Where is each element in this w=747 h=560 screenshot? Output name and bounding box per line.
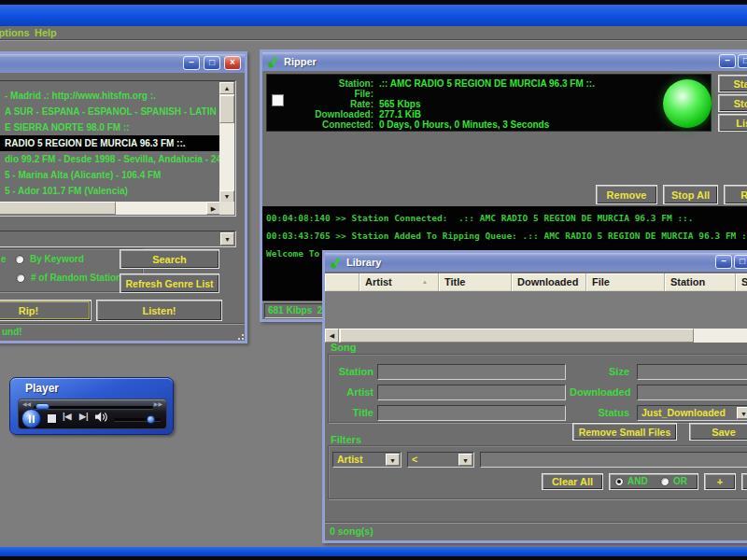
filters-group: Artist ▼ < ▼ Clear All AND OR + - — [328, 445, 747, 499]
column-header-station[interactable]: Station — [665, 273, 736, 291]
list-button[interactable]: List — [718, 114, 747, 132]
ripper-window-titlebar: Ripper – □ — [262, 52, 747, 71]
rewind-icon[interactable]: ◀◀ — [22, 400, 31, 407]
and-or-panel: AND OR — [609, 473, 698, 490]
song-size-input[interactable] — [637, 364, 747, 380]
filter-operator-combobox[interactable]: < ▼ — [407, 452, 474, 468]
bottom-blue-bar — [0, 547, 747, 556]
stop-playback-button[interactable] — [48, 414, 56, 423]
by-keyword-radio[interactable] — [15, 255, 24, 264]
ripper-status-text: 681 Kibps 27 — [268, 305, 328, 315]
next-track-button[interactable]: ▶| — [79, 412, 88, 421]
song-artist-input[interactable] — [377, 385, 566, 400]
minimize-icon[interactable]: – — [719, 54, 736, 68]
clear-all-button[interactable]: Clear All — [542, 473, 603, 490]
stations-window: – □ × - Madrid .: http://www.hitsfm.org … — [0, 51, 247, 343]
maximize-icon[interactable]: □ — [738, 54, 747, 68]
library-song-list[interactable] — [325, 291, 747, 329]
library-window-title: Library — [346, 257, 381, 268]
menu-bar: Options Help — [0, 26, 747, 40]
save-button[interactable]: Save — [689, 423, 747, 441]
maximize-icon[interactable]: □ — [734, 255, 747, 269]
hscroll-thumb[interactable] — [340, 329, 694, 343]
fast-forward-icon[interactable]: ▶▶ — [154, 400, 162, 407]
scroll-left-icon[interactable]: ◀ — [325, 329, 339, 343]
remove-button[interactable]: Remove — [596, 185, 657, 204]
station-row[interactable]: E SIERRA NORTE 98.0 FM :: — [0, 119, 220, 135]
column-header-size[interactable]: Size — [736, 273, 747, 291]
song-station-input[interactable] — [377, 364, 566, 380]
menu-item-help[interactable]: Help — [35, 27, 57, 38]
search-button[interactable]: Search — [120, 249, 219, 269]
chevron-down-icon[interactable]: ▼ — [220, 232, 234, 245]
scroll-corner — [219, 202, 234, 215]
connected-value: 0 Days, 0 Hours, 0 Minutes, 3 Seconds — [379, 119, 549, 130]
add-filter-button[interactable]: + — [704, 473, 736, 490]
column-header-file[interactable]: File — [586, 273, 665, 291]
volume-icon[interactable] — [95, 412, 108, 423]
station-row[interactable]: 5 - Marina Alta (Alicante) - 106.4 FM — [0, 167, 220, 183]
resize-grip[interactable] — [233, 329, 241, 337]
library-window-titlebar: Library – □ × — [325, 253, 747, 272]
column-header[interactable] — [325, 273, 359, 291]
refresh-genre-list-button[interactable]: Refresh Genre List — [120, 273, 219, 293]
library-window-icon — [330, 257, 342, 269]
filter-value-input[interactable] — [480, 452, 747, 468]
station-list-hscrollbar[interactable]: ▶ — [0, 202, 220, 215]
and-radio[interactable] — [614, 477, 624, 486]
minimize-icon[interactable]: – — [183, 56, 200, 70]
library-hscrollbar[interactable]: ◀ — [325, 329, 747, 343]
chevron-down-icon[interactable]: ▼ — [386, 454, 400, 466]
minimize-icon[interactable]: – — [715, 255, 732, 269]
or-label: OR — [673, 476, 687, 486]
main-window-titlebar — [0, 5, 747, 26]
station-list-vscrollbar[interactable]: ▲ ▼ — [219, 82, 234, 203]
column-header-downloaded[interactable]: Downloaded — [512, 273, 586, 291]
log-line: 00:04:08:140 >> Station Connected: .:: A… — [266, 209, 747, 227]
log-line: 00:03:43:765 >> Station Added To Ripping… — [266, 227, 747, 245]
seek-thumb[interactable] — [35, 403, 49, 410]
song-group: Station Artist Title Size Downloaded Sta… — [328, 354, 747, 423]
maximize-icon[interactable]: □ — [204, 56, 220, 70]
station-row[interactable]: A SUR - ESPANA - ESPANOL - SPANISH - LAT… — [0, 104, 220, 119]
random-stations-radio[interactable] — [16, 273, 25, 283]
rate-value: 565 Kbps — [379, 99, 420, 109]
song-title-input[interactable] — [377, 405, 566, 421]
song-status-combobox[interactable]: Just_Downloaded ▼ — [637, 405, 747, 421]
sort-ascending-icon: ▲ — [422, 279, 428, 285]
genre-combobox[interactable]: ▼ — [0, 231, 236, 247]
scroll-up-icon[interactable]: ▲ — [219, 82, 234, 94]
player-window: Player ◀◀ ▶▶ |◀ ▶| — [9, 377, 174, 435]
random-stations-label: # of Random Stations — [31, 273, 127, 283]
remove-filter-button[interactable]: - — [741, 473, 747, 490]
rip-button[interactable]: Rip! — [0, 300, 92, 321]
station-row[interactable]: 5 - Ador 101.7 FM (Valencia) — [0, 183, 220, 199]
filter-field-combobox[interactable]: Artist ▼ — [332, 452, 402, 468]
chevron-down-icon[interactable]: ▼ — [737, 407, 747, 419]
remove-small-files-button[interactable]: Remove Small Files — [572, 423, 677, 441]
pause-button[interactable] — [21, 409, 41, 428]
seek-slider[interactable] — [34, 406, 153, 409]
filter-operator-value: < — [412, 454, 417, 465]
stop-button[interactable]: Stop — [718, 94, 747, 112]
column-header-title[interactable]: Title — [439, 273, 512, 291]
station-row[interactable]: - Madrid .: http://www.hitsfm.org :. — [0, 88, 220, 104]
close-icon[interactable]: × — [224, 56, 241, 70]
song-downloaded-input[interactable] — [637, 385, 747, 400]
menu-item-options[interactable]: Options — [0, 27, 30, 38]
previous-track-button[interactable]: |◀ — [63, 412, 71, 421]
vscroll-thumb[interactable] — [219, 95, 234, 123]
rip-selected-button[interactable]: Rip! — [724, 185, 747, 204]
chevron-down-icon[interactable]: ▼ — [458, 454, 472, 466]
stop-all-button[interactable]: Stop All — [663, 185, 718, 204]
listen-button[interactable]: Listen! — [96, 300, 222, 321]
or-radio[interactable] — [660, 477, 669, 486]
station-row-selected[interactable]: RADIO 5 REGION DE MURCIA 96.3 FM ::. — [0, 135, 220, 151]
song-downloaded-label: Downloaded — [570, 386, 629, 398]
station-row[interactable]: dio 99.2 FM - Desde 1998 - Sevilla, Anda… — [0, 151, 220, 167]
hscroll-thumb[interactable] — [0, 202, 116, 215]
scroll-right-icon[interactable]: ▶ — [206, 202, 220, 215]
start-button[interactable]: Start — [718, 75, 747, 92]
file-label: File: — [280, 89, 374, 99]
volume-thumb[interactable] — [147, 415, 155, 424]
